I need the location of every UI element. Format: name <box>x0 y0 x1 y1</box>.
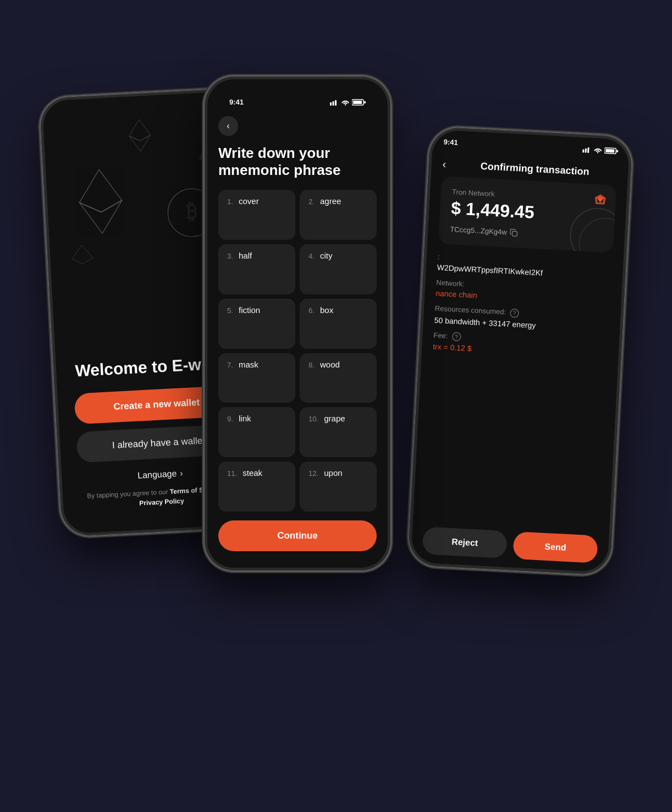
tx-recipient-row: : W2DpwWRTppsfIRTIKwkeI2Kf <box>437 253 612 281</box>
word-item-4: 4. city <box>300 244 377 294</box>
svg-text:₿: ₿ <box>186 199 197 223</box>
privacy-link[interactable]: Privacy Policy <box>139 497 184 507</box>
word-item-6: 6. box <box>300 299 377 349</box>
word-item-9: 9. link <box>218 407 295 457</box>
tx-network-row: Network: nance chain <box>436 278 611 307</box>
word-item-12: 12. upon <box>300 462 377 512</box>
svg-rect-29 <box>513 231 517 236</box>
svg-marker-7 <box>78 168 122 213</box>
word-item-5: 5. fiction <box>218 299 295 349</box>
time-3: 9:41 <box>443 138 458 146</box>
back-button-tx[interactable]: ‹ <box>442 158 447 171</box>
svg-rect-21 <box>353 101 362 104</box>
copy-icon[interactable] <box>510 228 518 237</box>
svg-rect-24 <box>585 148 587 152</box>
word-item-1: 1. cover <box>218 190 295 240</box>
svg-rect-17 <box>330 102 332 106</box>
info-icon-fee[interactable]: ? <box>451 332 461 342</box>
scene: 9:41 <box>34 48 638 764</box>
battery-icon-3 <box>604 147 619 154</box>
wifi-icon-3 <box>593 146 603 153</box>
wifi-icon-2 <box>341 99 350 106</box>
word-item-2: 2. agree <box>300 190 377 240</box>
tron-icon <box>593 193 608 210</box>
word-item-7: 7. mask <box>218 353 295 403</box>
notch <box>107 94 174 114</box>
svg-rect-27 <box>605 149 614 152</box>
notch-3 <box>498 133 564 152</box>
word-item-11: 11. steak <box>218 462 295 512</box>
back-button-mnemonic[interactable]: ‹ <box>218 116 238 136</box>
svg-marker-13 <box>128 119 151 141</box>
phone-transaction: 9:41 <box>407 126 633 576</box>
status-icons-2 <box>330 99 366 106</box>
tx-card: Tron Network $ 1,449.45 TCccg5...ZgKg4w <box>438 176 616 253</box>
svg-rect-23 <box>582 149 584 152</box>
word-item-3: 3. half <box>218 244 295 294</box>
tx-fee-row: Fee: ? trx = 0.12 $ <box>433 331 608 360</box>
tx-resources-row: Resources consumed: ? 50 bandwidth + 331… <box>434 304 609 333</box>
tx-title: Confirming transaction <box>453 159 618 179</box>
tx-footer: Reject Send <box>411 517 610 573</box>
word-item-10: 10. grape <box>300 407 377 457</box>
svg-rect-25 <box>587 147 590 152</box>
svg-rect-22 <box>364 101 366 103</box>
info-icon-resources[interactable]: ? <box>510 309 519 318</box>
mnemonic-screen: 9:41 <box>207 79 388 568</box>
chevron-right-icon: › <box>180 468 183 478</box>
word-item-8: 8. wood <box>300 353 377 403</box>
phone-mnemonic: 9:41 <box>204 76 391 571</box>
reject-button[interactable]: Reject <box>422 526 507 558</box>
send-button[interactable]: Send <box>513 531 598 563</box>
svg-line-10 <box>101 200 123 212</box>
time-2: 9:41 <box>229 98 244 106</box>
svg-marker-16 <box>71 245 93 265</box>
battery-icon-2 <box>352 99 366 106</box>
signal-icon-3 <box>582 146 592 153</box>
svg-marker-14 <box>129 135 151 152</box>
mnemonic-words-grid: 1. cover 2. agree 3. half 4. city <box>218 190 377 512</box>
language-button[interactable]: Language › <box>137 468 183 480</box>
tx-body: Tron Network $ 1,449.45 TCccg5...ZgKg4w <box>413 175 627 528</box>
svg-rect-28 <box>616 150 618 152</box>
svg-rect-19 <box>335 100 337 106</box>
mnemonic-title: Write down your mnemonic phrase <box>218 145 377 179</box>
svg-rect-18 <box>333 101 334 106</box>
notch-2 <box>265 79 331 96</box>
continue-button[interactable]: Continue <box>218 520 377 551</box>
transaction-screen: 9:41 <box>411 129 630 573</box>
status-icons-3 <box>582 146 619 154</box>
signal-icon-2 <box>330 99 339 106</box>
